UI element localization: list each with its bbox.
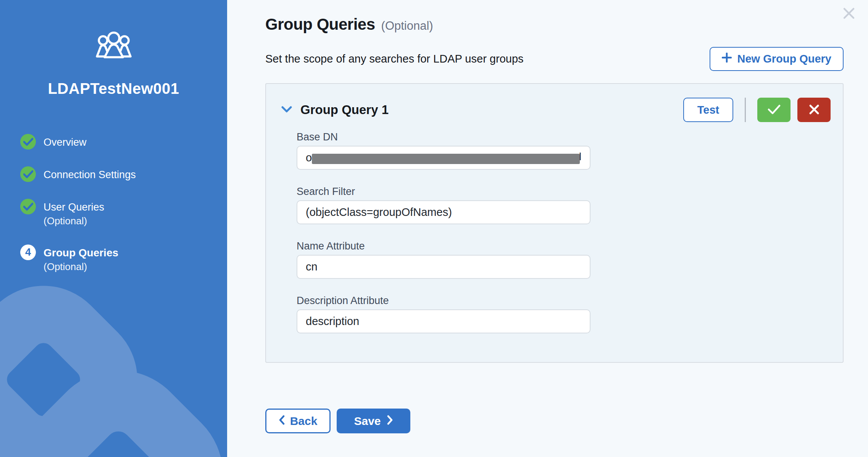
- page-header: Group Queries (Optional): [265, 15, 844, 34]
- sidebar-step-overview[interactable]: Overview: [20, 134, 216, 150]
- sidebar-step-connection-settings[interactable]: Connection Settings: [20, 166, 216, 182]
- base-dn-label: Base DN: [297, 131, 590, 143]
- step-label: Group Queries: [44, 246, 118, 260]
- save-button[interactable]: Save: [337, 409, 410, 433]
- new-group-query-label: New Group Query: [737, 53, 831, 65]
- search-filter-input[interactable]: [297, 200, 590, 224]
- sidebar-step-user-queries[interactable]: User Queries (Optional): [20, 199, 216, 228]
- save-label: Save: [354, 415, 381, 428]
- group-query-header: Group Query 1 Test: [281, 97, 831, 123]
- connector-name: LDAPTestNew001: [0, 80, 227, 97]
- step-sublabel: (Optional): [44, 260, 118, 274]
- redacted-value-bar: [312, 154, 580, 164]
- step-number-badge: 4: [20, 245, 36, 260]
- test-button[interactable]: Test: [683, 98, 733, 122]
- search-filter-label: Search Filter: [297, 186, 590, 197]
- button-divider: [745, 98, 746, 122]
- collapse-toggle[interactable]: [281, 106, 292, 114]
- check-icon: [767, 104, 781, 116]
- step-complete-icon: [20, 166, 36, 182]
- step-label: Overview: [44, 135, 87, 150]
- page-title-optional: (Optional): [381, 19, 433, 33]
- page-title: Group Queries: [265, 15, 375, 34]
- base-dn-field: , , , , l: [297, 146, 590, 170]
- close-button[interactable]: [842, 7, 856, 21]
- chevron-right-icon: [387, 415, 393, 428]
- plus-icon: [722, 53, 732, 65]
- step-label: Connection Settings: [44, 167, 136, 182]
- chevron-down-icon: [281, 106, 292, 114]
- name-attribute-input[interactable]: [297, 255, 590, 279]
- wizard-actions: Back Save: [265, 409, 844, 433]
- description-attribute-input[interactable]: [297, 309, 590, 333]
- wizard-sidebar: LDAPTestNew001 Overview: [0, 0, 227, 457]
- user-group-icon: [94, 31, 134, 62]
- step-label: User Queries: [44, 200, 104, 214]
- confirm-query-button[interactable]: [757, 98, 791, 122]
- name-attribute-label: Name Attribute: [297, 240, 590, 252]
- close-icon: [842, 15, 855, 21]
- ldap-wizard-modal: LDAPTestNew001 Overview: [0, 0, 868, 457]
- back-button[interactable]: Back: [265, 409, 331, 433]
- back-label: Back: [290, 415, 318, 428]
- sidebar-step-group-queries[interactable]: 4 Group Queries (Optional): [20, 245, 216, 274]
- chevron-left-icon: [279, 415, 285, 428]
- description-attribute-label: Description Attribute: [297, 295, 590, 306]
- step-sublabel: (Optional): [44, 214, 104, 228]
- delete-query-button[interactable]: [797, 98, 831, 122]
- page-subtitle: Set the scope of any searches for LDAP u…: [265, 53, 524, 65]
- x-icon: [808, 104, 820, 116]
- group-query-title: Group Query 1: [300, 103, 389, 117]
- step-content: Group Queries (Optional) Set the scope o…: [227, 0, 868, 457]
- step-complete-icon: [20, 134, 36, 150]
- new-group-query-button[interactable]: New Group Query: [710, 47, 844, 71]
- group-query-panel: Group Query 1 Test: [265, 83, 844, 363]
- step-complete-icon: [20, 199, 36, 214]
- connector-brand: LDAPTestNew001: [0, 31, 227, 97]
- wizard-steps: Overview Connection Settings: [20, 134, 216, 290]
- group-query-fields: Base DN , , , , l Search Filter Name Att…: [297, 131, 590, 333]
